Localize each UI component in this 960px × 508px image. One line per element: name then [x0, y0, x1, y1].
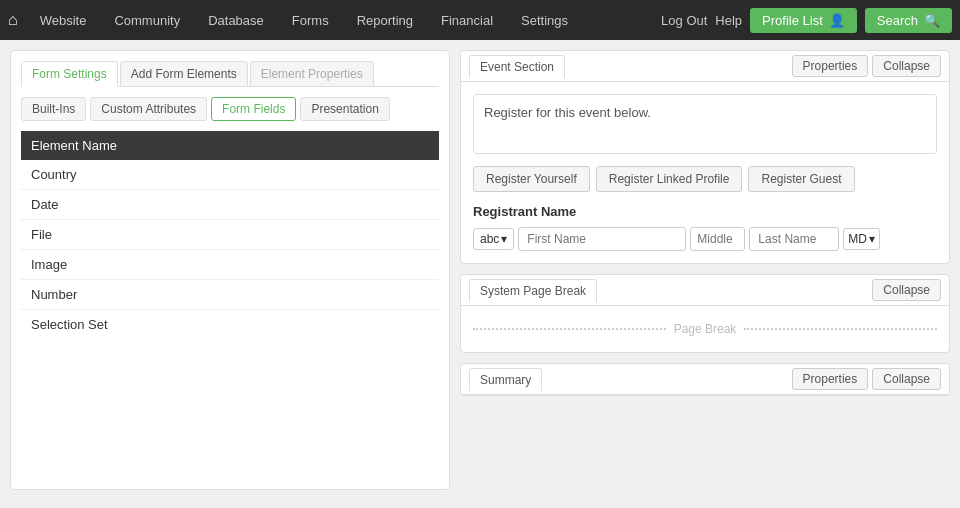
middle-name-input[interactable] — [690, 227, 745, 251]
table-cell-element-name: File — [21, 220, 439, 250]
event-properties-button[interactable]: Properties — [792, 55, 869, 77]
left-panel: Form Settings Add Form Elements Element … — [10, 50, 450, 490]
tab-add-form-elements[interactable]: Add Form Elements — [120, 61, 248, 87]
nav-item-forms[interactable]: Forms — [278, 0, 343, 40]
main-content: Form Settings Add Form Elements Element … — [0, 40, 960, 500]
event-section-title: Event Section — [469, 55, 565, 78]
page-break-title: System Page Break — [469, 279, 597, 302]
summary-section: Summary Properties Collapse — [460, 363, 950, 396]
subtab-builtins[interactable]: Built-Ins — [21, 97, 86, 121]
registrant-name-label: Registrant Name — [473, 204, 937, 219]
table-row[interactable]: Selection Set — [21, 310, 439, 340]
nav-right: Log Out Help Profile List 👤 Search 🔍 — [661, 8, 952, 33]
register-linked-profile-button[interactable]: Register Linked Profile — [596, 166, 743, 192]
table-cell-element-name: Image — [21, 250, 439, 280]
suffix-select[interactable]: MD ▾ — [843, 228, 880, 250]
nav-item-settings[interactable]: Settings — [507, 0, 582, 40]
home-icon[interactable]: ⌂ — [8, 11, 18, 29]
field-type-value: abc — [480, 232, 499, 246]
search-icon: 🔍 — [924, 13, 940, 28]
table-row[interactable]: Country — [21, 160, 439, 190]
event-section-header: Event Section Properties Collapse — [461, 51, 949, 82]
table-cell-element-name: Selection Set — [21, 310, 439, 340]
table-cell-element-name: Number — [21, 280, 439, 310]
summary-properties-button[interactable]: Properties — [792, 368, 869, 390]
page-break-label: Page Break — [674, 322, 737, 336]
suffix-chevron-icon: ▾ — [869, 232, 875, 246]
dashed-line-left — [473, 328, 666, 330]
page-break-section: System Page Break Collapse Page Break — [460, 274, 950, 353]
search-button[interactable]: Search 🔍 — [865, 8, 952, 33]
page-break-actions: Collapse — [864, 275, 949, 305]
summary-header: Summary Properties Collapse — [461, 364, 949, 395]
nav-item-website[interactable]: Website — [26, 0, 101, 40]
page-break-body: Page Break — [461, 306, 949, 352]
event-register-buttons: Register Yourself Register Linked Profil… — [473, 166, 937, 192]
summary-collapse-button[interactable]: Collapse — [872, 368, 941, 390]
tab-element-properties: Element Properties — [250, 61, 374, 87]
register-guest-button[interactable]: Register Guest — [748, 166, 854, 192]
profile-list-button[interactable]: Profile List 👤 — [750, 8, 857, 33]
element-table: Element Name CountryDateFileImageNumberS… — [21, 131, 439, 339]
user-icon: 👤 — [829, 13, 845, 28]
nav-item-database[interactable]: Database — [194, 0, 278, 40]
right-panel: Event Section Properties Collapse Regist… — [460, 50, 950, 490]
table-row[interactable]: Date — [21, 190, 439, 220]
table-row[interactable]: Image — [21, 250, 439, 280]
nav-item-reporting[interactable]: Reporting — [343, 0, 427, 40]
field-type-select[interactable]: abc ▾ — [473, 228, 514, 250]
register-yourself-button[interactable]: Register Yourself — [473, 166, 590, 192]
event-section-body: Register for this event below. Register … — [461, 82, 949, 263]
first-name-input[interactable] — [518, 227, 686, 251]
registrant-fields: abc ▾ MD ▾ — [473, 227, 937, 251]
chevron-down-icon: ▾ — [501, 232, 507, 246]
table-cell-element-name: Date — [21, 190, 439, 220]
top-nav: ⌂ Website Community Database Forms Repor… — [0, 0, 960, 40]
event-section-actions: Properties Collapse — [784, 51, 949, 81]
event-collapse-button[interactable]: Collapse — [872, 55, 941, 77]
nav-item-community[interactable]: Community — [100, 0, 194, 40]
last-name-input[interactable] — [749, 227, 839, 251]
summary-title: Summary — [469, 368, 542, 391]
table-cell-element-name: Country — [21, 160, 439, 190]
logout-link[interactable]: Log Out — [661, 13, 707, 28]
tab-form-settings[interactable]: Form Settings — [21, 61, 118, 87]
nav-item-financial[interactable]: Financial — [427, 0, 507, 40]
event-body-text: Register for this event below. — [473, 94, 937, 154]
table-header-element-name: Element Name — [21, 131, 439, 160]
subtab-custom-attributes[interactable]: Custom Attributes — [90, 97, 207, 121]
sub-tab-row: Built-Ins Custom Attributes Form Fields … — [21, 97, 439, 121]
page-break-header: System Page Break Collapse — [461, 275, 949, 306]
subtab-presentation[interactable]: Presentation — [300, 97, 389, 121]
main-tab-row: Form Settings Add Form Elements Element … — [21, 61, 439, 87]
table-row[interactable]: Number — [21, 280, 439, 310]
table-row[interactable]: File — [21, 220, 439, 250]
event-section: Event Section Properties Collapse Regist… — [460, 50, 950, 264]
page-break-collapse-button[interactable]: Collapse — [872, 279, 941, 301]
help-link[interactable]: Help — [715, 13, 742, 28]
dashed-line-right — [744, 328, 937, 330]
summary-actions: Properties Collapse — [784, 364, 949, 394]
subtab-form-fields[interactable]: Form Fields — [211, 97, 296, 121]
suffix-value: MD — [848, 232, 867, 246]
